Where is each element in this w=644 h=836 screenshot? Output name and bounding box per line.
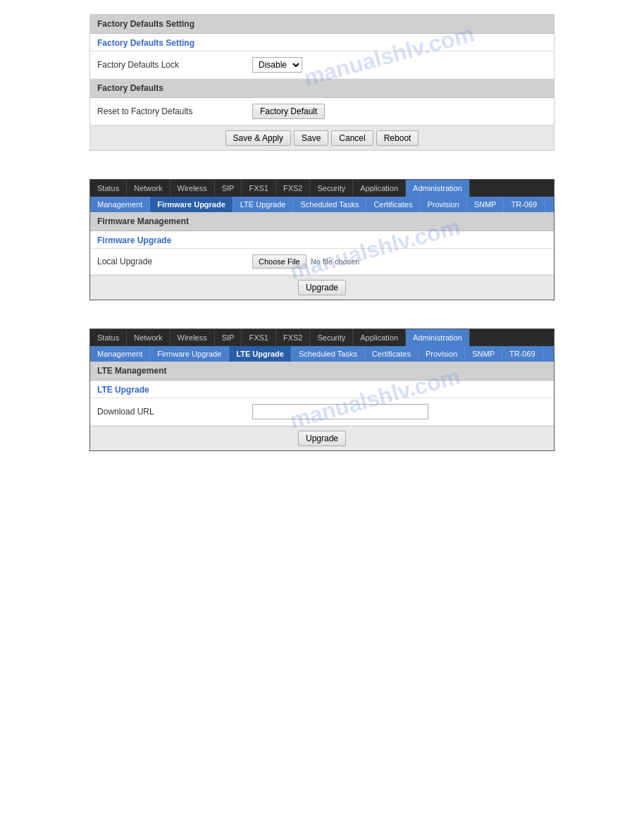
lte-management-header: LTE Management bbox=[90, 362, 554, 381]
sub-tab-snmp[interactable]: SNMP bbox=[467, 197, 504, 212]
lte-upgrade-panel: manualshlv.com Status Network Wireless S… bbox=[89, 328, 555, 451]
factory-defaults-panel: manualshlv.com Factory Defaults Setting … bbox=[89, 14, 555, 151]
nav-tab-security[interactable]: Security bbox=[310, 180, 353, 197]
sub-tab-firmware-upgrade[interactable]: Firmware Upgrade bbox=[150, 197, 233, 212]
firmware-upgrade-section-title: Firmware Upgrade bbox=[90, 231, 554, 249]
nav-tab-application[interactable]: Application bbox=[353, 180, 406, 197]
lte-nav-tab-security[interactable]: Security bbox=[310, 329, 353, 346]
reset-factory-control: Factory Default bbox=[252, 104, 547, 119]
lte-upgrade-section-title: LTE Upgrade bbox=[90, 381, 554, 398]
lte-sub-tab-provision[interactable]: Provision bbox=[419, 346, 465, 362]
firmware-management-header: Firmware Management bbox=[90, 212, 554, 231]
lte-sub-tab-tr069[interactable]: TR-069 bbox=[502, 346, 543, 362]
factory-defaults-section2-header: Factory Defaults bbox=[90, 79, 554, 98]
sub-tab-scheduled-tasks[interactable]: Scheduled Tasks bbox=[293, 197, 366, 212]
lte-nav-tab-application[interactable]: Application bbox=[353, 329, 406, 346]
nav-tab-administration[interactable]: Administration bbox=[406, 180, 470, 197]
lte-upgrade-button[interactable]: Upgrade bbox=[298, 431, 346, 446]
sub-tab-certificates[interactable]: Certificates bbox=[366, 197, 420, 212]
lte-sub-tab-lte-upgrade[interactable]: LTE Upgrade bbox=[229, 346, 292, 362]
firmware-action-bar: Upgrade bbox=[90, 275, 554, 300]
factory-defaults-lock-control: Disable Enable bbox=[252, 57, 547, 73]
no-file-label: No file chosen bbox=[311, 257, 360, 266]
sub-tab-provision[interactable]: Provision bbox=[420, 197, 466, 212]
download-url-label: Download URL bbox=[97, 407, 252, 417]
factory-defaults-header: Factory Defaults Setting bbox=[90, 15, 554, 34]
firmware-upgrade-button[interactable]: Upgrade bbox=[298, 280, 346, 295]
nav-tab-fxs1[interactable]: FXS1 bbox=[242, 180, 276, 197]
lte-action-bar: Upgrade bbox=[90, 426, 554, 450]
nav-tab-status[interactable]: Status bbox=[90, 180, 127, 197]
local-upgrade-control: Choose File No file chosen bbox=[252, 254, 547, 269]
nav-sub-bar-lte: Management Firmware Upgrade LTE Upgrade … bbox=[90, 346, 554, 362]
factory-defaults-action-bar: Save & Apply Save Cancel Reboot bbox=[90, 125, 554, 150]
sub-tab-lte-upgrade[interactable]: LTE Upgrade bbox=[233, 197, 294, 212]
reset-factory-label: Reset to Factory Defaults bbox=[97, 106, 252, 116]
nav-tab-network[interactable]: Network bbox=[127, 180, 170, 197]
lte-nav-tab-fxs1[interactable]: FXS1 bbox=[242, 329, 276, 346]
nav-top-bar-lte: Status Network Wireless SIP FXS1 FXS2 Se… bbox=[90, 329, 554, 346]
download-url-control bbox=[252, 404, 547, 419]
lte-sub-tab-snmp[interactable]: SNMP bbox=[465, 346, 502, 362]
lte-nav-tab-sip[interactable]: SIP bbox=[215, 329, 242, 346]
lte-panel-content: LTE Management LTE Upgrade Download URL … bbox=[90, 362, 554, 450]
lte-nav-tab-wireless[interactable]: Wireless bbox=[171, 329, 215, 346]
lte-nav-tab-status[interactable]: Status bbox=[90, 329, 127, 346]
sub-tab-tr069[interactable]: TR-069 bbox=[504, 197, 545, 212]
save-button[interactable]: Save bbox=[294, 130, 328, 146]
download-url-row: Download URL bbox=[90, 398, 554, 426]
lte-nav-tab-fxs2[interactable]: FXS2 bbox=[276, 329, 311, 346]
sub-tab-management[interactable]: Management bbox=[90, 197, 150, 212]
factory-defaults-lock-select[interactable]: Disable Enable bbox=[252, 57, 302, 73]
factory-defaults-lock-label: Factory Defaults Lock bbox=[97, 60, 252, 70]
lte-sub-tab-scheduled-tasks[interactable]: Scheduled Tasks bbox=[292, 346, 365, 362]
cancel-button[interactable]: Cancel bbox=[331, 130, 373, 146]
local-upgrade-label: Local Upgrade bbox=[97, 257, 252, 266]
nav-tab-sip[interactable]: SIP bbox=[215, 180, 242, 197]
factory-defaults-lock-row: Factory Defaults Lock Disable Enable bbox=[90, 51, 554, 79]
factory-defaults-section1-title: Factory Defaults Setting bbox=[90, 34, 554, 51]
firmware-upgrade-panel: manualshlv.com Status Network Wireless S… bbox=[89, 179, 555, 300]
nav-tab-wireless[interactable]: Wireless bbox=[171, 180, 215, 197]
lte-sub-tab-firmware-upgrade[interactable]: Firmware Upgrade bbox=[150, 346, 229, 362]
save-apply-button[interactable]: Save & Apply bbox=[225, 130, 291, 146]
local-upgrade-row: Local Upgrade Choose File No file chosen bbox=[90, 249, 554, 275]
nav-tab-fxs2[interactable]: FXS2 bbox=[276, 180, 311, 197]
nav-top-bar: Status Network Wireless SIP FXS1 FXS2 Se… bbox=[90, 180, 554, 197]
lte-nav-tab-network[interactable]: Network bbox=[127, 329, 170, 346]
lte-sub-tab-certificates[interactable]: Certificates bbox=[365, 346, 419, 362]
lte-sub-tab-management[interactable]: Management bbox=[90, 346, 150, 362]
reboot-button[interactable]: Reboot bbox=[376, 130, 419, 146]
reset-factory-row: Reset to Factory Defaults Factory Defaul… bbox=[90, 98, 554, 125]
factory-default-button[interactable]: Factory Default bbox=[252, 104, 325, 119]
lte-nav-tab-administration[interactable]: Administration bbox=[406, 329, 470, 346]
firmware-panel-content: Firmware Management Firmware Upgrade Loc… bbox=[90, 212, 554, 300]
nav-sub-bar-firmware: Management Firmware Upgrade LTE Upgrade … bbox=[90, 197, 554, 212]
choose-file-button[interactable]: Choose File bbox=[252, 254, 306, 269]
download-url-input[interactable] bbox=[252, 404, 428, 419]
